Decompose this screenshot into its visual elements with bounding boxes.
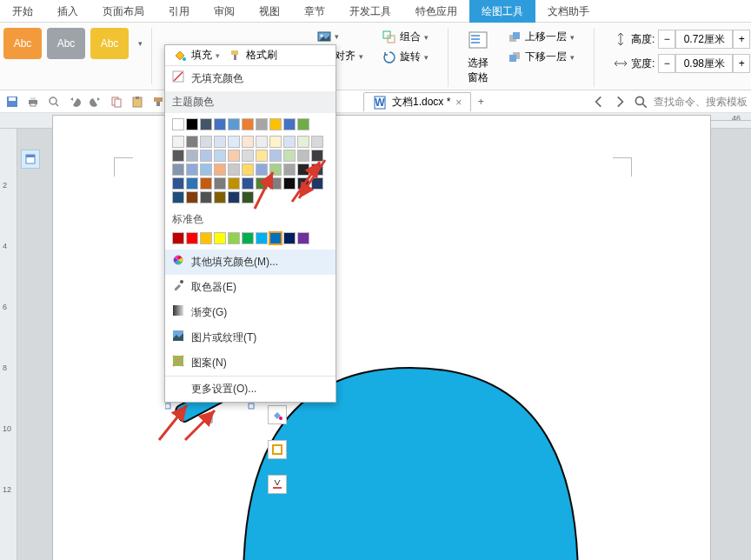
color-swatch[interactable]	[256, 118, 268, 130]
color-swatch[interactable]	[283, 150, 296, 162]
color-swatch[interactable]	[228, 150, 240, 162]
color-swatch[interactable]	[242, 136, 254, 148]
color-swatch[interactable]	[269, 118, 282, 130]
side-panel-toggle[interactable]	[21, 150, 40, 169]
fill-bucket-icon[interactable]	[172, 48, 188, 63]
qat-save-icon[interactable]	[5, 95, 19, 109]
color-swatch[interactable]	[256, 136, 268, 148]
color-swatch[interactable]	[311, 163, 323, 176]
document-canvas[interactable]	[0, 129, 751, 560]
color-swatch[interactable]	[283, 118, 296, 130]
color-swatch[interactable]	[228, 136, 240, 148]
color-swatch[interactable]	[214, 163, 226, 176]
qat-print-icon[interactable]	[26, 95, 40, 109]
picture-texture-item[interactable]: 图片或纹理(T)	[165, 325, 336, 350]
qat-paste-icon[interactable]	[130, 95, 144, 109]
color-swatch[interactable]	[186, 191, 198, 203]
tab-drawing-tools[interactable]: 绘图工具	[469, 0, 535, 23]
color-swatch[interactable]	[242, 118, 254, 130]
color-swatch[interactable]	[269, 232, 282, 244]
color-swatch[interactable]	[214, 150, 226, 162]
format-painter-button[interactable]: 格式刷	[229, 48, 277, 63]
no-fill-item[interactable]: 无填充颜色	[165, 66, 336, 91]
qat-redo-icon[interactable]	[89, 95, 103, 109]
color-swatch[interactable]	[214, 232, 226, 244]
tab-references[interactable]: 引用	[156, 0, 202, 23]
send-backward-button[interactable]: 下移一层▾	[508, 50, 575, 64]
color-swatch[interactable]	[283, 232, 296, 244]
tab-start[interactable]: 开始	[0, 0, 45, 23]
group-button[interactable]: 组合▾	[382, 30, 429, 44]
color-swatch[interactable]	[242, 177, 254, 190]
color-swatch[interactable]	[172, 150, 184, 162]
color-swatch[interactable]	[186, 118, 198, 130]
color-swatch[interactable]	[200, 136, 212, 148]
selection-pane-label[interactable]: 选择窗格	[468, 56, 488, 85]
color-swatch[interactable]	[269, 163, 282, 176]
color-swatch[interactable]	[256, 150, 268, 162]
float-shape-outline[interactable]	[268, 440, 287, 459]
tab-section[interactable]: 章节	[292, 0, 337, 23]
color-swatch[interactable]	[228, 232, 240, 244]
shape-style-3[interactable]: Abc	[90, 28, 129, 59]
color-swatch[interactable]	[200, 232, 212, 244]
color-swatch[interactable]	[172, 163, 184, 176]
color-swatch[interactable]	[242, 191, 254, 203]
color-swatch[interactable]	[200, 163, 212, 176]
color-swatch[interactable]	[256, 232, 268, 244]
tab-view[interactable]: 视图	[247, 0, 292, 23]
fill-label[interactable]: 填充	[191, 48, 212, 63]
tab-developer[interactable]: 开发工具	[337, 0, 403, 23]
fill-caret-icon[interactable]: ▾	[216, 51, 220, 60]
color-swatch[interactable]	[228, 191, 240, 203]
color-swatch[interactable]	[172, 136, 184, 148]
nav-forward-icon[interactable]	[612, 94, 628, 110]
pattern-item[interactable]: 图案(N)	[165, 350, 336, 376]
color-swatch[interactable]	[297, 177, 309, 190]
color-swatch[interactable]	[297, 163, 309, 176]
dropdown-caret-icon[interactable]: ▾	[335, 32, 339, 41]
color-swatch[interactable]	[200, 177, 212, 190]
width-increment[interactable]: +	[733, 54, 750, 73]
qat-undo-icon[interactable]	[68, 95, 82, 109]
color-swatch[interactable]	[269, 150, 282, 162]
width-value[interactable]: 0.98厘米	[675, 54, 733, 73]
color-swatch[interactable]	[186, 136, 198, 148]
color-swatch[interactable]	[200, 150, 212, 162]
color-swatch[interactable]	[242, 150, 254, 162]
vertical-ruler[interactable]: 24681012	[0, 129, 17, 560]
style-gallery-expand-icon[interactable]: ▾	[138, 39, 143, 48]
color-swatch[interactable]	[186, 150, 198, 162]
color-swatch[interactable]	[297, 232, 309, 244]
color-swatch[interactable]	[214, 177, 226, 190]
color-swatch[interactable]	[283, 163, 296, 176]
height-increment[interactable]: +	[733, 30, 750, 49]
color-swatch[interactable]	[172, 118, 184, 130]
color-swatch[interactable]	[311, 177, 323, 190]
color-swatch[interactable]	[228, 177, 240, 190]
color-swatch[interactable]	[311, 136, 323, 148]
nav-back-icon[interactable]	[591, 94, 607, 110]
qat-copy-icon[interactable]	[110, 95, 123, 109]
float-shape-effects[interactable]	[268, 475, 287, 494]
color-swatch[interactable]	[186, 163, 198, 176]
color-swatch[interactable]	[172, 177, 184, 190]
color-swatch[interactable]	[269, 177, 282, 190]
height-decrement[interactable]: −	[658, 30, 675, 49]
more-fill-colors-item[interactable]: 其他填充颜色(M)...	[165, 250, 336, 275]
color-swatch[interactable]	[256, 163, 268, 176]
color-swatch[interactable]	[200, 191, 212, 203]
color-swatch[interactable]	[228, 118, 240, 130]
color-swatch[interactable]	[297, 136, 309, 148]
rotate-button[interactable]: 旋转▾	[382, 50, 429, 64]
shape-style-2[interactable]: Abc	[47, 28, 85, 59]
color-swatch[interactable]	[297, 150, 309, 162]
close-tab-icon[interactable]: ×	[455, 97, 462, 109]
document-tab[interactable]: W 文档1.docx * ×	[363, 92, 471, 111]
gradient-item[interactable]: 渐变(G)	[165, 300, 336, 325]
eyedropper-item[interactable]: 取色器(E)	[165, 275, 336, 300]
height-value[interactable]: 0.72厘米	[675, 30, 733, 49]
color-swatch[interactable]	[242, 163, 254, 176]
new-tab-button[interactable]: +	[471, 96, 490, 108]
tab-review[interactable]: 审阅	[202, 0, 247, 23]
